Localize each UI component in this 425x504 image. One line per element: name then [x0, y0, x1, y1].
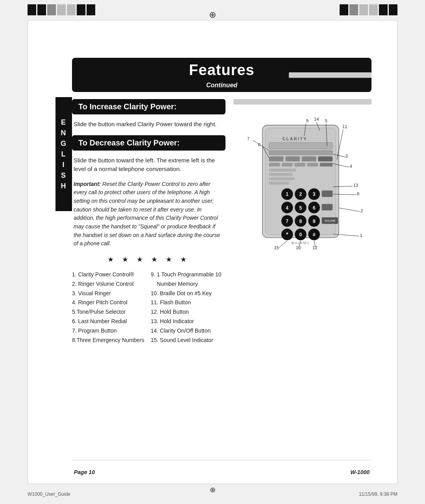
svg-text:1: 1	[286, 191, 288, 197]
sidebar-letter-n: N	[61, 128, 67, 138]
sq-2	[37, 4, 46, 15]
svg-text:3: 3	[313, 191, 316, 197]
increase-section-header: To Increase Clarity Power:	[72, 99, 225, 114]
feature-col-left: 1. Clarity Power Control® 2. Ringer Volu…	[72, 270, 147, 345]
sidebar-letter-h: H	[61, 181, 67, 191]
svg-rect-5	[269, 156, 284, 162]
feature-item-13: 13. Hold Indicator	[151, 317, 225, 326]
sq-r5	[379, 4, 388, 15]
english-sidebar: E N G L I S H	[55, 97, 72, 211]
svg-text:13: 13	[353, 183, 358, 188]
phone-diagram-container: CLARITY	[233, 109, 371, 258]
svg-text:5: 5	[325, 118, 327, 123]
svg-text:CLARITY: CLARITY	[283, 137, 307, 141]
svg-rect-12	[307, 163, 318, 166]
svg-rect-14	[269, 169, 296, 171]
feature-col-right: 9. 1 Touch Programmable 10 Number Memory…	[151, 270, 225, 345]
increase-body-text: Slide the button marked Clarity Power to…	[72, 120, 225, 129]
svg-rect-24	[322, 190, 333, 197]
svg-text:8: 8	[299, 219, 302, 224]
feature-item-8: 8.Three Emergency Numbers	[72, 336, 147, 345]
svg-text:5: 5	[299, 205, 302, 211]
important-label: Important:	[74, 181, 101, 187]
feature-item-11: 11. Flash Button	[151, 298, 225, 307]
sidebar-letter-e: E	[61, 117, 67, 128]
sq-4	[57, 4, 66, 15]
svg-rect-6	[285, 156, 300, 162]
feature-item-6: 6. Last Number Redial	[72, 317, 147, 326]
bottom-registration-mark: ⊕	[210, 486, 216, 494]
svg-line-68	[339, 208, 360, 212]
svg-rect-31	[322, 204, 333, 211]
feature-item-4: 4. Ringer Pitch Control	[72, 298, 147, 307]
feature-item-15: 15. Sound Level Indicator	[151, 336, 225, 345]
sq-5	[67, 4, 76, 15]
phone-diagram-svg: CLARITY	[233, 109, 371, 258]
svg-text:7: 7	[286, 219, 288, 224]
svg-text:9: 9	[313, 219, 316, 224]
increase-heading: To Increase Clarity Power:	[78, 102, 219, 111]
svg-rect-16	[269, 177, 295, 180]
sidebar-letter-g: G	[61, 138, 67, 149]
sq-3	[47, 4, 56, 15]
svg-rect-15	[269, 173, 293, 176]
sidebar-letter-l: L	[61, 149, 67, 160]
top-squares-left	[28, 4, 95, 15]
sidebar-letter-i: I	[62, 160, 65, 170]
svg-line-72	[279, 241, 287, 248]
sq-1	[28, 4, 36, 15]
svg-text:7: 7	[247, 136, 249, 141]
svg-text:10: 10	[296, 245, 301, 250]
svg-text:15: 15	[274, 245, 279, 250]
stars-divider: ★ ★ ★ ★ ★ ★	[72, 255, 225, 264]
svg-rect-3	[269, 143, 333, 149]
feature-list: 1. Clarity Power Control® 2. Ringer Volu…	[72, 270, 225, 345]
continued-label: Continued	[206, 82, 237, 88]
top-squares-right	[340, 4, 397, 15]
svg-rect-4	[269, 151, 333, 155]
feature-item-2: 2. Ringer Volume Control	[72, 280, 147, 289]
footer-model-number: W-1000	[350, 469, 370, 475]
feature-item-14: 14. Clarity On/Off Button	[151, 326, 225, 336]
sq-r2	[349, 4, 358, 15]
page-footer: Page 10 W-1000	[72, 460, 371, 484]
sq-r3	[359, 4, 368, 15]
svg-text:9: 9	[306, 118, 309, 123]
feature-item-5: 5.Tone/Pulse Selector	[72, 307, 147, 317]
two-column-layout: To Increase Clarity Power: Slide the but…	[72, 99, 371, 345]
svg-text:VOLUME: VOLUME	[325, 219, 336, 222]
sq-6	[77, 4, 85, 15]
bottom-filename: W1000_User_Guide	[28, 491, 70, 497]
important-body: Reset the Clarity Power Control to zero …	[74, 181, 220, 247]
sq-r4	[369, 4, 378, 15]
decrease-body-text: Slide the button toward the left. The ex…	[72, 156, 225, 174]
sq-r6	[389, 4, 397, 15]
svg-text:6: 6	[258, 142, 261, 147]
sq-7	[87, 4, 95, 15]
feature-item-1: 1. Clarity Power Control®	[72, 270, 147, 280]
svg-rect-7	[302, 156, 316, 162]
svg-rect-8	[318, 156, 333, 162]
svg-text:#: #	[313, 232, 316, 237]
svg-text:11: 11	[342, 124, 347, 129]
subtitle-box: Continued	[72, 81, 371, 92]
bottom-timestamp: 11/15/99, 9:38 PM	[359, 491, 397, 497]
svg-rect-9	[269, 163, 280, 166]
sq-r1	[340, 4, 348, 15]
svg-text:6: 6	[313, 205, 316, 211]
svg-text:1: 1	[360, 233, 362, 238]
svg-text:4: 4	[350, 164, 352, 169]
sidebar-letter-s: S	[61, 170, 67, 181]
svg-rect-13	[320, 163, 333, 166]
feature-item-9: 9. 1 Touch Programmable 10 Number Memory	[151, 270, 225, 289]
feature-item-3: 3. Visual Ringer	[72, 289, 147, 298]
bottom-bar: W1000_User_Guide ⊕ 11/15/99, 9:38 PM	[0, 484, 425, 504]
right-column: CLARITY	[233, 99, 371, 345]
feature-item-12: 12. Hold Button	[151, 307, 225, 317]
svg-rect-17	[269, 182, 289, 184]
svg-text:2: 2	[299, 191, 302, 197]
svg-text:0: 0	[299, 232, 302, 237]
decrease-section-header: To Decrease Clarity Power:	[72, 135, 225, 151]
svg-rect-10	[282, 163, 293, 166]
important-text: Important: Reset the Clarity Power Contr…	[72, 180, 225, 248]
